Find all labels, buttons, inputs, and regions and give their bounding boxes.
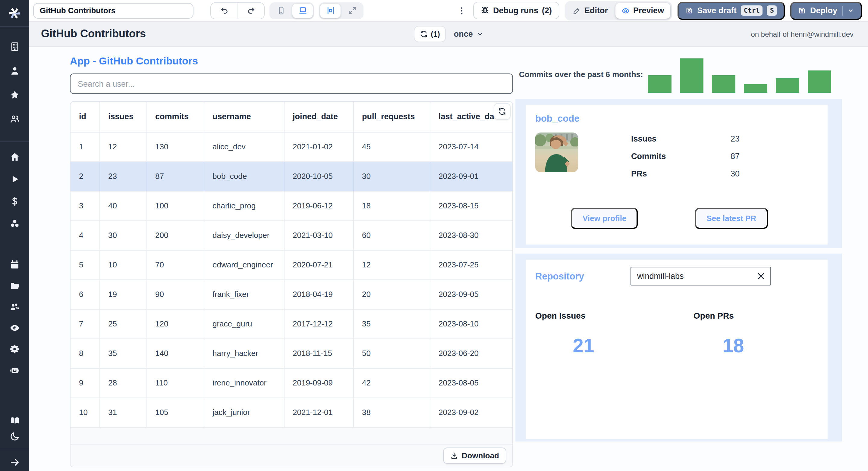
center-layout-toggle[interactable] xyxy=(320,3,341,18)
table-row[interactable]: 112130alice_dev2021-01-02452023-07-14 xyxy=(70,132,513,161)
table-row[interactable]: 928110irene_innovator2019-09-09422023-08… xyxy=(70,368,513,398)
table-cell: 2019-09-09 xyxy=(284,368,353,398)
table-cell: 110 xyxy=(147,368,204,398)
table-cell: harry_hacker xyxy=(204,338,284,368)
table-cell: 10 xyxy=(70,398,99,427)
redo-button[interactable] xyxy=(238,3,264,19)
sidebar-item-folder[interactable] xyxy=(0,275,29,296)
column-header-commits[interactable]: commits xyxy=(147,102,204,132)
table-cell: 8 xyxy=(70,338,99,368)
dollar-icon xyxy=(9,196,20,207)
sidebar-item-dollar[interactable] xyxy=(0,190,29,213)
debug-runs-button[interactable]: Debug runs (2) xyxy=(473,2,559,19)
kebab-icon xyxy=(457,6,467,15)
repository-card: Repository xyxy=(526,260,828,439)
open-prs-label: Open PRs xyxy=(677,311,818,321)
preview-tab[interactable]: Preview xyxy=(615,3,670,19)
see-latest-pr-button[interactable]: See latest PR xyxy=(695,208,768,229)
table-cell: 2023-08-15 xyxy=(430,191,513,221)
sidebar-item-book[interactable] xyxy=(0,412,29,428)
table-cell: 42 xyxy=(353,368,430,398)
download-button[interactable]: Download xyxy=(443,447,506,464)
sidebar-item-building[interactable] xyxy=(0,34,29,59)
sidebar-item-robot[interactable] xyxy=(0,360,29,381)
sidebar-item-cubes[interactable] xyxy=(0,213,29,235)
table-row[interactable]: 61990frank_fixer2018-04-19202023-09-05 xyxy=(70,279,513,309)
table-row[interactable]: 725120grace_guru2017-12-12352023-08-10 xyxy=(70,309,513,338)
column-header-pull_requests[interactable]: pull_requests xyxy=(353,102,430,132)
column-header-id[interactable]: id xyxy=(70,102,99,132)
table-cell: 2023-06-20 xyxy=(430,338,513,368)
table-row[interactable]: 835140harry_hacker2018-11-15502023-06-20 xyxy=(70,338,513,368)
kbd-s: S xyxy=(767,5,777,16)
stat-label: Issues xyxy=(631,134,731,143)
table-cell: 35 xyxy=(353,309,430,338)
editor-tab[interactable]: Editor xyxy=(566,3,614,19)
table-cell: 38 xyxy=(353,398,430,427)
sidebar-item-star[interactable] xyxy=(0,82,29,107)
table-cell: 10 xyxy=(99,250,147,279)
column-header-joined_date[interactable]: joined_date xyxy=(284,102,353,132)
table-header-row: idissuescommitsusernamejoined_datepull_r… xyxy=(70,102,513,132)
sidebar-item-user[interactable] xyxy=(0,59,29,82)
table-cell: 2023-08-05 xyxy=(430,368,513,398)
refresh-schedule-select[interactable]: once xyxy=(454,30,483,38)
sidebar-divider xyxy=(0,27,29,27)
repository-panel: Repository xyxy=(516,254,842,441)
column-header-issues[interactable]: issues xyxy=(99,102,147,132)
open-prs-value: 18 xyxy=(685,335,781,357)
repository-input[interactable] xyxy=(630,267,771,285)
save-draft-button[interactable]: Save draft Ctrl S xyxy=(677,1,785,20)
home-icon xyxy=(9,152,20,162)
chart-bar xyxy=(808,70,831,93)
more-menu-button[interactable] xyxy=(457,3,467,19)
table-row[interactable]: 340100charlie_prog2019-06-12182023-08-15 xyxy=(70,191,513,221)
close-icon xyxy=(756,271,766,281)
windmill-logo[interactable] xyxy=(0,0,29,27)
view-profile-button[interactable]: View profile xyxy=(571,208,638,229)
table-row[interactable]: 430200daisy_developer2021-03-10602023-08… xyxy=(70,221,513,250)
sidebar-item-team-settings[interactable] xyxy=(0,296,29,317)
kbd-ctrl: Ctrl xyxy=(741,5,763,16)
eye-icon xyxy=(9,323,20,333)
table-cell: 105 xyxy=(147,398,204,427)
table-row[interactable]: 22387bob_code2020-10-05302023-09-01 xyxy=(70,161,513,191)
stat-label: PRs xyxy=(631,169,731,178)
app-title-input[interactable] xyxy=(33,3,193,19)
search-input[interactable] xyxy=(70,73,513,94)
repository-title: Repository xyxy=(535,271,630,281)
editor-preview-segment: Editor Preview xyxy=(564,1,672,20)
sidebar-item-collapse-arrow[interactable] xyxy=(0,453,29,471)
table-row[interactable]: 1031105jack_junior2021-12-01382023-09-02 xyxy=(70,398,513,427)
sidebar-item-calendar[interactable] xyxy=(0,254,29,275)
sidebar-item-moon[interactable] xyxy=(0,428,29,444)
sidebar-item-play[interactable] xyxy=(0,168,29,190)
table-cell: daisy_developer xyxy=(204,221,284,250)
column-header-username[interactable]: username xyxy=(204,102,284,132)
sidebar-item-eye[interactable] xyxy=(0,317,29,338)
sidebar-item-gear[interactable] xyxy=(0,338,29,360)
table-row[interactable]: 51070edward_engineer2020-07-21122023-07-… xyxy=(70,250,513,279)
app-header-bar: GitHub Contributors (1) once xyxy=(29,22,868,47)
desktop-view-toggle[interactable] xyxy=(292,3,313,18)
undo-button[interactable] xyxy=(211,3,238,19)
table-refresh-button[interactable] xyxy=(494,103,510,120)
table-cell: 23 xyxy=(99,161,147,191)
mobile-view-toggle[interactable] xyxy=(271,3,291,18)
app-refresh-button[interactable]: (1) xyxy=(414,26,446,42)
play-icon xyxy=(9,174,20,184)
device-toggle-group xyxy=(270,2,314,19)
sidebar-item-users[interactable] xyxy=(0,107,29,131)
table-cell: 45 xyxy=(353,132,430,161)
table-cell: grace_guru xyxy=(204,309,284,338)
clear-input-button[interactable] xyxy=(756,271,766,281)
fullwidth-layout-toggle[interactable] xyxy=(342,3,362,18)
sidebar-item-home[interactable] xyxy=(0,146,29,168)
book-icon xyxy=(9,415,20,426)
deploy-button[interactable]: Deploy xyxy=(790,1,862,20)
table-cell: 140 xyxy=(147,338,204,368)
table-cell: 2 xyxy=(70,161,99,191)
app-title: GitHub Contributors xyxy=(41,28,146,40)
pencil-icon xyxy=(572,6,581,15)
user-card-title: bob_code xyxy=(535,113,818,124)
